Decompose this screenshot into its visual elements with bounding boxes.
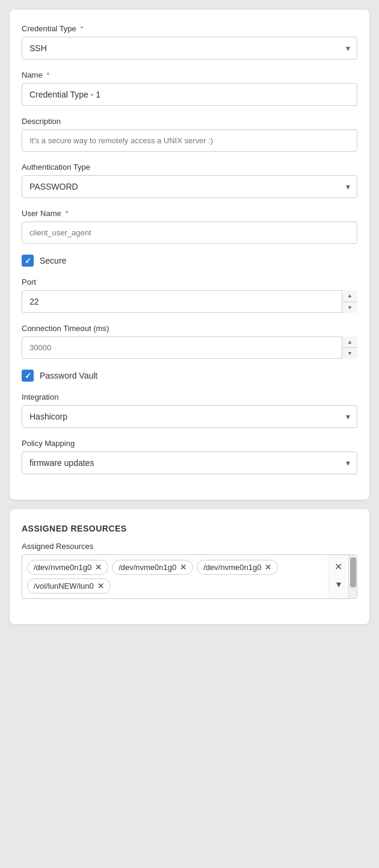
- tag-remove-button[interactable]: ✕: [180, 563, 186, 571]
- assigned-resources-group: Assigned Resources /dev/nvme0n1g0 ✕ /dev…: [22, 542, 357, 599]
- name-input[interactable]: [22, 83, 357, 106]
- credential-type-label: Credential Type *: [22, 24, 357, 33]
- timeout-spinner: ▲ ▼: [342, 336, 357, 359]
- tag-remove-button[interactable]: ✕: [265, 563, 271, 571]
- timeout-group: Connection Timeout (ms) ▲ ▼: [22, 324, 357, 359]
- required-star-username: *: [65, 209, 68, 218]
- credential-form-card: Credential Type * SSH ▾ Name * Descripti…: [10, 10, 369, 500]
- resource-tag: /dev/nvme0n1g0 ✕: [27, 560, 108, 575]
- name-group: Name *: [22, 70, 357, 106]
- port-input[interactable]: [22, 290, 357, 313]
- port-decrement-button[interactable]: ▼: [342, 302, 357, 314]
- password-vault-checkbox[interactable]: ✓: [22, 370, 34, 382]
- clear-all-button[interactable]: ✕: [332, 560, 345, 574]
- secure-checkbox[interactable]: ✓: [22, 255, 34, 267]
- credential-type-select-wrapper: SSH ▾: [22, 37, 357, 60]
- integration-select[interactable]: Hashicorp: [22, 405, 357, 428]
- port-label: Port: [22, 277, 357, 287]
- tag-text: /dev/nvme0n1g0: [34, 563, 91, 572]
- assigned-resources-title: ASSIGNED RESOURCES: [22, 524, 357, 533]
- assigned-resources-card: ASSIGNED RESOURCES Assigned Resources /d…: [10, 509, 369, 624]
- auth-type-select-wrapper: PASSWORD ▾: [22, 175, 357, 198]
- secure-row: ✓ Secure: [22, 255, 357, 267]
- resource-tag: /dev/nvme0n1g0 ✕: [112, 560, 193, 575]
- description-group: Description: [22, 117, 357, 152]
- integration-group: Integration Hashicorp ▾: [22, 392, 357, 428]
- username-label: User Name *: [22, 209, 357, 218]
- tag-remove-button[interactable]: ✕: [97, 582, 104, 590]
- username-group: User Name *: [22, 209, 357, 244]
- policy-mapping-select[interactable]: firmware updates: [22, 451, 357, 474]
- expand-dropdown-button[interactable]: ▾: [334, 577, 344, 591]
- auth-type-select[interactable]: PASSWORD: [22, 175, 357, 198]
- description-input[interactable]: [22, 129, 357, 152]
- tag-remove-button[interactable]: ✕: [95, 563, 102, 571]
- timeout-input-wrapper: ▲ ▼: [22, 336, 357, 359]
- resource-actions-column: ✕ ▾: [328, 555, 348, 598]
- description-label: Description: [22, 117, 357, 126]
- resource-tag: /vol/lunNEW/lun0 ✕: [27, 578, 111, 594]
- auth-type-label: Authentication Type: [22, 163, 357, 172]
- tag-text: /vol/lunNEW/lun0: [34, 581, 94, 591]
- scroll-thumb: [350, 557, 356, 587]
- policy-mapping-group: Policy Mapping firmware updates ▾: [22, 439, 357, 474]
- resource-tags-column: /dev/nvme0n1g0 ✕ /dev/nvme0n1g0 ✕ /dev/n…: [22, 555, 328, 598]
- port-group: Port ▲ ▼: [22, 277, 357, 313]
- port-input-wrapper: ▲ ▼: [22, 290, 357, 313]
- auth-type-group: Authentication Type PASSWORD ▾: [22, 163, 357, 198]
- password-vault-row: ✓ Password Vault: [22, 370, 357, 382]
- timeout-increment-button[interactable]: ▲: [342, 336, 357, 348]
- password-vault-label: Password Vault: [40, 371, 97, 380]
- port-increment-button[interactable]: ▲: [342, 290, 357, 302]
- name-label: Name *: [22, 70, 357, 79]
- timeout-label: Connection Timeout (ms): [22, 324, 357, 333]
- required-star-name: *: [46, 70, 49, 79]
- port-spinner: ▲ ▼: [342, 290, 357, 313]
- resource-box-inner: /dev/nvme0n1g0 ✕ /dev/nvme0n1g0 ✕ /dev/n…: [22, 555, 357, 598]
- integration-label: Integration: [22, 392, 357, 401]
- resource-tag: /dev/nvme0n1g0 ✕: [197, 560, 278, 575]
- username-input[interactable]: [22, 222, 357, 244]
- tag-text: /dev/nvme0n1g0: [119, 563, 176, 572]
- required-star: *: [80, 24, 83, 33]
- policy-mapping-label: Policy Mapping: [22, 439, 357, 448]
- timeout-input[interactable]: [22, 336, 357, 359]
- credential-type-group: Credential Type * SSH ▾: [22, 24, 357, 60]
- resource-scrollbar: [348, 555, 357, 598]
- credential-type-select[interactable]: SSH: [22, 37, 357, 60]
- integration-select-wrapper: Hashicorp ▾: [22, 405, 357, 428]
- policy-mapping-select-wrapper: firmware updates ▾: [22, 451, 357, 474]
- checkmark-icon: ✓: [25, 256, 31, 265]
- timeout-decrement-button[interactable]: ▼: [342, 348, 357, 359]
- tag-text: /dev/nvme0n1g0: [203, 563, 261, 572]
- secure-label: Secure: [40, 256, 66, 265]
- checkmark-icon-vault: ✓: [25, 371, 31, 380]
- assigned-resources-box: /dev/nvme0n1g0 ✕ /dev/nvme0n1g0 ✕ /dev/n…: [22, 554, 357, 599]
- assigned-resources-label: Assigned Resources: [22, 542, 357, 551]
